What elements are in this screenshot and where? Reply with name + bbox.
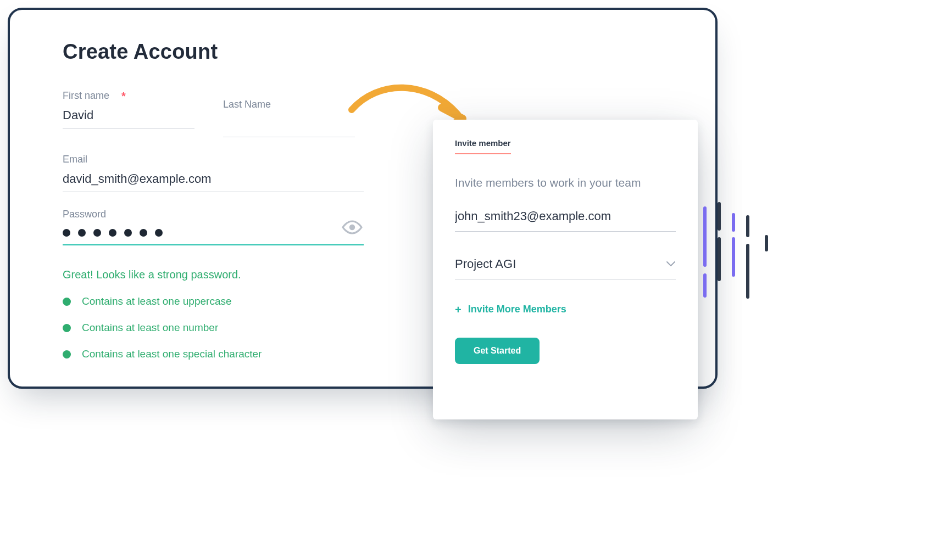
password-input[interactable] (63, 223, 364, 245)
password-mask (63, 229, 163, 237)
chevron-down-icon (666, 259, 676, 269)
required-mark: * (121, 91, 126, 102)
invite-heading: Invite members to work in your team (455, 176, 676, 189)
password-check-text: Contains at least one number (82, 322, 218, 334)
invite-tab[interactable]: Invite member (455, 138, 511, 154)
first-name-field: First name * (63, 90, 194, 137)
invite-member-card: Invite member Invite members to work in … (433, 120, 698, 419)
last-name-input[interactable] (223, 114, 355, 137)
email-label: Email (63, 154, 364, 165)
eye-icon[interactable] (341, 216, 364, 239)
first-name-label-text: First name (63, 90, 109, 102)
invite-more-label: Invite More Members (468, 304, 566, 315)
password-check-text: Contains at least one special character (82, 348, 262, 360)
page-title: Create Account (63, 40, 663, 64)
plus-icon: + (455, 304, 462, 315)
last-name-label: Last Name (223, 99, 355, 110)
password-label: Password (63, 209, 364, 220)
bullet-icon (63, 350, 71, 359)
bullet-icon (63, 298, 71, 306)
first-name-label: First name * (63, 90, 194, 102)
invite-more-button[interactable]: + Invite More Members (455, 304, 566, 315)
bullet-icon (63, 324, 71, 332)
svg-point-0 (349, 225, 355, 230)
project-select-value: Project AGI (455, 257, 516, 271)
email-field: Email (63, 154, 364, 192)
last-name-field: Last Name (223, 90, 355, 137)
email-input[interactable] (63, 169, 364, 192)
project-select[interactable]: Project AGI (455, 253, 676, 279)
first-name-input[interactable] (63, 105, 194, 128)
get-started-button[interactable]: Get Started (455, 338, 540, 364)
password-check-text: Contains at least one uppercase (82, 295, 232, 307)
get-started-label: Get Started (474, 346, 521, 356)
password-field: Password (63, 209, 364, 245)
invite-email-input[interactable] (455, 204, 676, 232)
